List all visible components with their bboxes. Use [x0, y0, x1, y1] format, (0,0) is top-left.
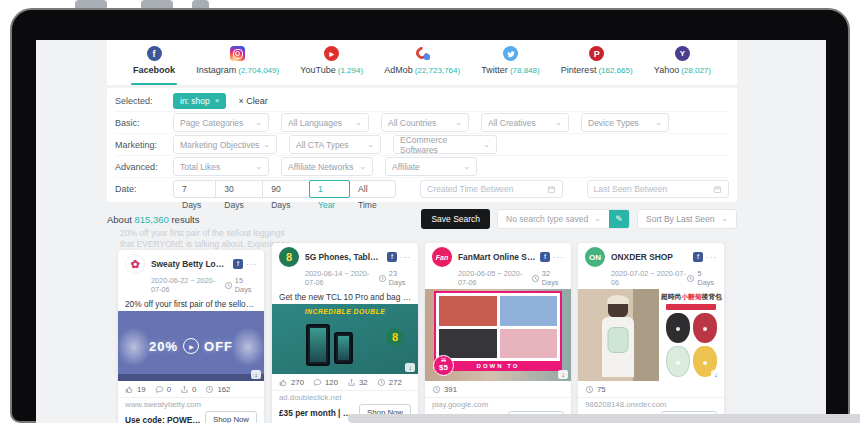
- advanced-label: Advanced:: [115, 162, 161, 172]
- dropdown-value: Affiliate Networks: [288, 162, 354, 172]
- pinterest-icon: P: [589, 46, 604, 61]
- ad-stat-shares: 0: [180, 385, 196, 394]
- dropdown-marketing-objectives[interactable]: Marketing Objectives⌄: [173, 135, 277, 154]
- tab-instagram[interactable]: Instagram(2,704,049): [196, 46, 279, 85]
- dropdown-affiliate-networks[interactable]: Affiliate Networks⌄: [281, 157, 373, 176]
- collage-photo: [500, 329, 558, 359]
- product-panel: 超時尚小雛菊後背包: [659, 289, 724, 381]
- clock-icon: [585, 385, 594, 394]
- model-photo: [578, 289, 659, 381]
- tab-count: (1,294): [338, 66, 363, 75]
- saved-search-value: No search type saved: [506, 214, 588, 224]
- dropdown-device-types[interactable]: Device Types⌄: [581, 113, 669, 132]
- facebook-icon[interactable]: f: [387, 252, 397, 262]
- clock-icon: [686, 274, 695, 283]
- clear-filters-button[interactable]: × Clear: [238, 96, 267, 106]
- download-icon[interactable]: ↓: [405, 363, 415, 372]
- card-menu-icon[interactable]: ···: [246, 260, 257, 269]
- ad-media[interactable]: 超時尚小雛菊後背包 ↓: [578, 289, 724, 381]
- segment-1-year[interactable]: 1 Year: [309, 180, 350, 198]
- chevron-down-icon: ⌄: [463, 163, 470, 171]
- shop-now-button[interactable]: Shop Now: [205, 411, 257, 423]
- advertiser-name[interactable]: 5G Phones, Tablets & SIMs | ...: [305, 252, 383, 262]
- save-search-button[interactable]: Save Search: [421, 209, 490, 229]
- ad-stat-duration: 391: [432, 385, 457, 394]
- facebook-icon[interactable]: f: [233, 259, 243, 269]
- chip-text: in: shop: [180, 96, 210, 106]
- dropdown-all-countries[interactable]: All Countries⌄: [381, 113, 469, 132]
- dropdown-value: Affiliate: [392, 162, 420, 172]
- chevron-down-icon: ⌄: [359, 163, 366, 171]
- dropdown-page-categories[interactable]: Page Categories⌄: [173, 113, 269, 132]
- card-menu-icon[interactable]: ···: [553, 253, 564, 262]
- dropdown-all-languages[interactable]: All Languages⌄: [281, 113, 369, 132]
- download-icon[interactable]: ↓: [558, 370, 568, 379]
- saved-search-group: No search type saved ⌄ ✎: [497, 209, 630, 229]
- tab-facebook[interactable]: f Facebook: [133, 46, 175, 85]
- advertiser-logo[interactable]: 8: [279, 247, 299, 267]
- backpack-photo: [693, 313, 717, 343]
- advertiser-name[interactable]: FanMart Online Shopping - F...: [458, 252, 536, 262]
- dropdown-all-creatives[interactable]: All Creatives⌄: [481, 113, 569, 132]
- download-icon[interactable]: ↓: [251, 370, 261, 379]
- dropdown-ecommerce-softwares[interactable]: ECommerce Softwares⌄: [393, 135, 497, 154]
- sort-value: Sort By Last Seen: [646, 214, 715, 224]
- download-icon[interactable]: ↓: [711, 370, 721, 379]
- card-menu-icon[interactable]: ···: [400, 253, 411, 262]
- facebook-icon: f: [147, 46, 162, 61]
- collage-photo: [439, 296, 497, 326]
- ad-media[interactable]: DOWN TO 35 $5 ↓: [425, 289, 571, 381]
- created-time-between-input[interactable]: Created Time Between: [420, 180, 562, 198]
- ad-domain: 986208148.onxder.com: [578, 398, 724, 410]
- results-prefix: About: [107, 214, 132, 225]
- dropdown-affiliate[interactable]: Affiliate⌄: [385, 157, 477, 176]
- ad-media[interactable]: INCREDIBLE DOUBLE 8 ↓: [272, 304, 418, 374]
- advertiser-logo[interactable]: ON: [585, 247, 605, 267]
- segment-all-time[interactable]: All Time: [349, 180, 396, 198]
- advertiser-name[interactable]: ONXDER SHOP: [611, 252, 689, 262]
- filter-chip-in-shop[interactable]: in: shop ×: [173, 93, 226, 109]
- facebook-icon[interactable]: f: [540, 252, 550, 262]
- stat-value: 0: [167, 385, 171, 394]
- chip-close-icon[interactable]: ×: [215, 96, 220, 105]
- chevron-down-icon: ⌄: [367, 141, 374, 149]
- tab-twitter[interactable]: Twitter(78,848): [481, 46, 539, 85]
- tab-admob[interactable]: AdMob(22,723,764): [384, 46, 460, 85]
- dropdown-value: Device Types: [588, 118, 639, 128]
- tab-count: (22,723,764): [415, 66, 460, 75]
- last-seen-between-input[interactable]: Last Seen Between: [587, 180, 729, 198]
- comment-icon: [155, 385, 164, 394]
- ad-media[interactable]: 20% ▶ OFF ↓: [118, 311, 264, 381]
- collage-photo: [500, 296, 558, 326]
- sort-dropdown[interactable]: Sort By Last Seen ⌄: [637, 209, 737, 229]
- facebook-icon[interactable]: f: [693, 252, 703, 262]
- ad-duration: 23 Days: [389, 269, 411, 287]
- ad-stat-likes: 19: [125, 385, 146, 394]
- instagram-icon: [230, 46, 245, 61]
- video-scrub-bar[interactable]: [118, 374, 264, 381]
- saved-search-dropdown[interactable]: No search type saved ⌄: [498, 210, 609, 228]
- segment-90-days[interactable]: 90 Days: [262, 180, 310, 198]
- segment-7-days[interactable]: 7 Days: [173, 180, 216, 198]
- tab-yahoo[interactable]: Y Yahoo(28,027): [654, 46, 711, 85]
- tab-label: YouTube: [300, 65, 335, 75]
- yahoo-icon: Y: [675, 46, 690, 61]
- ad-stat-duration: 162: [205, 385, 230, 394]
- advertiser-logo[interactable]: ✿: [125, 254, 145, 274]
- segment-30-days[interactable]: 30 Days: [215, 180, 263, 198]
- play-icon[interactable]: ▶: [183, 338, 199, 354]
- tab-count: (2,704,049): [238, 66, 279, 75]
- dropdown-total-likes[interactable]: Total Likes⌄: [173, 157, 269, 176]
- advertiser-name[interactable]: Sweaty Betty London | Wom...: [151, 259, 229, 269]
- dropdown-value: All Languages: [288, 118, 342, 128]
- share-icon: [180, 385, 189, 394]
- tab-pinterest[interactable]: P Pinterest(162,665): [561, 46, 633, 85]
- product-collage: [434, 291, 562, 371]
- card-menu-icon[interactable]: ···: [706, 253, 717, 262]
- edit-saved-search-button[interactable]: ✎: [609, 210, 629, 228]
- advertiser-logo[interactable]: Fan: [432, 247, 452, 267]
- tab-youtube[interactable]: ▶ YouTube(1,294): [300, 46, 363, 85]
- stat-value: 162: [217, 385, 230, 394]
- laptop-mockup: f Facebook Instagram(2,704,049) ▶ YouTub…: [0, 0, 860, 423]
- dropdown-all-cta-types[interactable]: All CTA Types⌄: [289, 135, 381, 154]
